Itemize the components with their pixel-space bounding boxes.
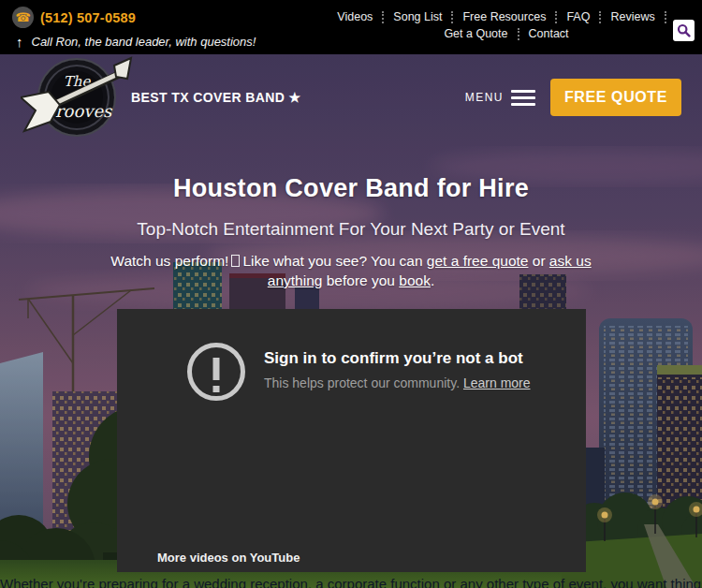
nav-link-free-resources[interactable]: Free Resources (462, 10, 546, 23)
youtube-video-embed[interactable]: Sign in to confirm you’re not a bot This… (117, 309, 586, 572)
up-arrow-icon: ↑ (16, 34, 23, 50)
menu-label: MENU (465, 91, 504, 104)
search-icon (677, 23, 691, 37)
call-note-row: ↑ Call Ron, the band leader, with questi… (12, 34, 256, 50)
phone-icon: ☎ (12, 7, 34, 28)
intro-part5: . (431, 272, 434, 288)
intro-part1: Watch us perform! (110, 253, 228, 269)
band-logo[interactable]: The Grooves (21, 56, 118, 139)
learn-more-link[interactable]: Learn more (463, 375, 531, 390)
body-paragraph: Whether you're preparing for a wedding r… (0, 576, 702, 588)
hero-section: The Grooves BEST TX COVER BAND ★ MENU (0, 54, 702, 588)
site-header: The Grooves BEST TX COVER BAND ★ MENU (0, 54, 702, 140)
hero-intro-paragraph: Watch us perform!Like what you see? You … (89, 251, 613, 290)
nav-row-2: Get a Quote Contact (352, 27, 661, 40)
hamburger-icon (511, 90, 535, 106)
emoji-placeholder-box (231, 255, 240, 267)
phone-block: ☎ (512) 507-0589 ↑ Call Ron, the band le… (12, 7, 256, 50)
nav-link-contact[interactable]: Contact (529, 27, 569, 40)
page: ☎ (512) 507-0589 ↑ Call Ron, the band le… (0, 0, 702, 588)
book-link[interactable]: book (399, 272, 431, 288)
nav-separator (665, 11, 666, 23)
nav-separator (599, 11, 601, 23)
alert-circle-icon (187, 343, 245, 401)
intro-part3: or (528, 253, 548, 269)
video-error-title: Sign in to confirm you’re not a bot (264, 349, 523, 368)
guitar-icon (21, 56, 137, 140)
phone-glyph: ☎ (15, 11, 30, 23)
top-utility-bar: ☎ (512) 507-0589 ↑ Call Ron, the band le… (0, 0, 702, 54)
nav-link-faq[interactable]: FAQ (566, 10, 590, 23)
nav-row-1: Videos Song List Free Resources FAQ Revi… (352, 10, 661, 23)
phone-number-link[interactable]: (512) 507-0589 (40, 10, 136, 25)
free-quote-button[interactable]: FREE QUOTE (550, 79, 681, 116)
video-error-subtitle-text: This helps protect our community. (264, 375, 463, 390)
phone-row[interactable]: ☎ (512) 507-0589 (12, 7, 256, 28)
search-button[interactable] (673, 20, 695, 41)
nav-link-reviews[interactable]: Reviews (610, 10, 654, 23)
header-right-group: MENU FREE QUOTE (465, 79, 681, 116)
nav-separator (382, 11, 384, 23)
video-error-subtitle: This helps protect our community. Learn … (264, 375, 531, 390)
nav-link-get-a-quote[interactable]: Get a Quote (444, 27, 507, 40)
intro-part2: Like what you see? You can (242, 253, 426, 269)
more-videos-link[interactable]: More videos on YouTube (157, 551, 300, 565)
top-navigation: Videos Song List Free Resources FAQ Revi… (352, 10, 661, 40)
intro-part4: before you (322, 272, 399, 288)
nav-separator (555, 11, 557, 23)
page-title: Houston Cover Band for Hire (0, 174, 702, 203)
nav-link-song-list[interactable]: Song List (393, 10, 442, 23)
call-note-text: Call Ron, the band leader, with question… (32, 35, 256, 49)
nav-separator (518, 28, 519, 40)
menu-toggle[interactable]: MENU (465, 90, 535, 106)
page-subtitle: Top-Notch Entertainment For Your Next Pa… (0, 219, 702, 240)
get-a-free-quote-link[interactable]: get a free quote (427, 253, 529, 269)
nav-link-videos[interactable]: Videos (337, 10, 373, 23)
nav-separator (451, 11, 453, 23)
site-tagline: BEST TX COVER BAND ★ (131, 90, 301, 105)
